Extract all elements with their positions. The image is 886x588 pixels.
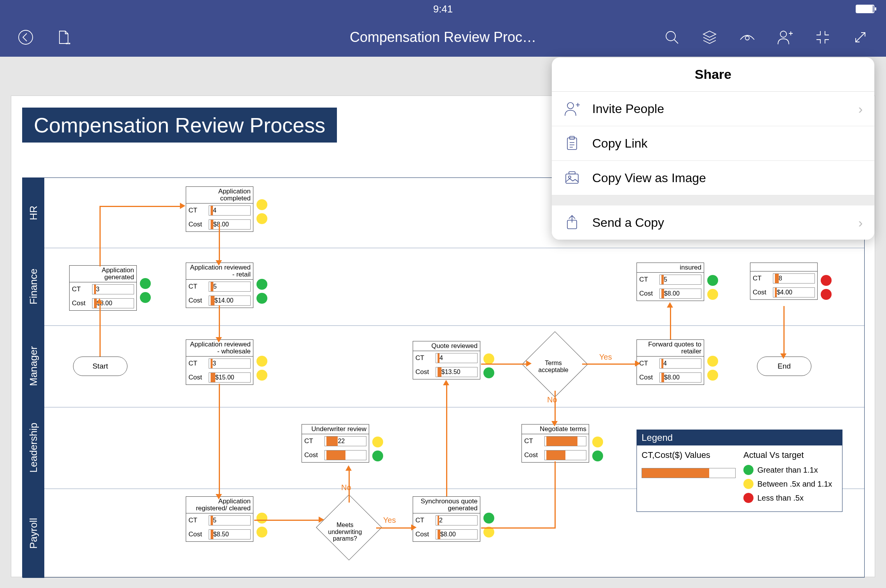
status-dot [707, 356, 718, 367]
svg-rect-10 [566, 174, 578, 183]
share-person-icon[interactable] [775, 27, 795, 47]
decision-terms-acceptable[interactable]: Terms acceptable [522, 331, 588, 397]
toolbar: Compensation Review Proc… [0, 18, 886, 57]
status-dot [707, 275, 718, 286]
exit-fullscreen-icon[interactable] [813, 27, 833, 47]
card-negotiate-terms[interactable]: Negotiate terms CT35 Cost$91.00 [521, 424, 589, 463]
connector [219, 305, 220, 339]
card-sync-quote[interactable]: Synchronous quote generated CT2 Cost$8.0… [413, 496, 480, 542]
lane-finance: Finance [23, 248, 44, 325]
flow-yes: Yes [383, 516, 396, 525]
status-dot [592, 437, 603, 447]
arrow-head [443, 380, 449, 385]
status-dot [483, 353, 494, 364]
lane-payroll: Payroll [23, 489, 44, 578]
svg-point-7 [567, 103, 574, 109]
lane-leadership: Leadership [23, 407, 44, 489]
card-forward-quotes[interactable]: Forward quotes to retailer CT4 Cost$8.00 [637, 339, 704, 385]
send-icon [563, 214, 581, 231]
status-bar: 9:41 [0, 0, 886, 18]
legend: Legend CT,Cost($) Values 75 Actual Vs ta… [637, 430, 842, 512]
share-copy-link[interactable]: Copy Link [552, 126, 874, 161]
svg-point-4 [666, 31, 675, 41]
connector [376, 527, 413, 529]
svg-point-1 [66, 43, 67, 44]
expand-icon[interactable] [850, 27, 870, 47]
svg-point-2 [68, 43, 68, 44]
arrow-head [216, 494, 222, 499]
svg-point-3 [69, 43, 70, 44]
card-app-rev-wholesale[interactable]: Application reviewed - wholesale CT3 Cos… [186, 339, 253, 385]
arrow-head [635, 360, 640, 367]
status-dot [140, 278, 151, 289]
arrow-head [180, 203, 185, 209]
status-dot [821, 289, 832, 300]
arrow-head [345, 465, 352, 471]
layers-icon[interactable] [699, 27, 720, 47]
flow-no: No [547, 395, 557, 404]
arrow-head [411, 524, 417, 531]
end-node[interactable]: End [757, 357, 811, 376]
status-dot [707, 370, 718, 381]
connector [783, 306, 785, 356]
arrow-head [551, 421, 558, 426]
connector [555, 461, 556, 527]
arrow-head [96, 298, 103, 304]
status-dot [372, 437, 383, 447]
connector [99, 206, 101, 266]
status-dot [256, 279, 267, 290]
card-quote-reviewed[interactable]: Quote reviewed CT4 Cost$13.50 [413, 341, 480, 379]
start-node[interactable]: Start [73, 357, 127, 376]
connector [670, 306, 671, 339]
connector [99, 302, 101, 357]
card-app-rev-retail[interactable]: Application reviewed - retail CT5 Cost$1… [186, 263, 253, 308]
arrow-head [216, 337, 222, 343]
share-invite-people[interactable]: Invite People › [552, 92, 874, 126]
legend-col2-title: Actual Vs target [743, 450, 837, 460]
battery-icon [856, 5, 874, 13]
card-underwriter-review[interactable]: Underwriter review CT22 Cost$65.00 [302, 424, 369, 463]
decision-meets-params[interactable]: Meets underwriting params? [316, 494, 382, 560]
card-app-registered[interactable]: Application registered/ cleared CT5 Cost… [186, 496, 253, 542]
search-icon[interactable] [662, 27, 682, 47]
status-dot [707, 289, 718, 300]
share-copy-image[interactable]: Copy View as Image [552, 161, 874, 195]
status-dot [256, 213, 267, 224]
connector [446, 384, 447, 496]
file-icon[interactable] [53, 27, 73, 47]
back-button[interactable] [16, 27, 36, 47]
share-popover: Share Invite People › Copy Link Copy Vie… [552, 57, 874, 240]
invite-person-icon [563, 100, 581, 117]
chevron-right-icon: › [858, 215, 863, 230]
connector [254, 520, 320, 521]
image-icon [563, 169, 581, 186]
card-released[interactable]: CT8 Cost$4.00 [750, 263, 818, 300]
status-dot [256, 527, 267, 538]
flow-no: No [341, 483, 351, 492]
arrow-head [780, 353, 787, 359]
visibility-icon[interactable] [737, 27, 757, 47]
connector [219, 224, 220, 263]
status-dot [483, 367, 494, 378]
connector [219, 384, 220, 496]
svg-point-0 [19, 30, 33, 44]
legend-col1-title: CT,Cost($) Values [642, 450, 736, 460]
status-time: 9:41 [433, 3, 453, 15]
status-dot [256, 513, 267, 524]
status-dot [821, 275, 832, 286]
page-title: Compensation Review Process [22, 108, 337, 143]
card-title-insured[interactable]: insured CT5 Cost$8.00 [637, 263, 704, 301]
connector [481, 364, 528, 365]
status-dot [256, 370, 267, 381]
card-title: Application generated [70, 266, 136, 282]
status-dot [256, 356, 267, 367]
clipboard-icon [563, 135, 581, 152]
lane-manager: Manager [23, 325, 44, 407]
share-send-copy[interactable]: Send a Copy › [552, 195, 874, 240]
connector [582, 364, 637, 365]
card-app-generated[interactable]: Application generated CT3 Cost$8.00 [69, 265, 137, 311]
connector [99, 206, 181, 207]
status-dot [592, 451, 603, 461]
chevron-right-icon: › [858, 101, 863, 117]
legend-title: Legend [637, 430, 842, 445]
